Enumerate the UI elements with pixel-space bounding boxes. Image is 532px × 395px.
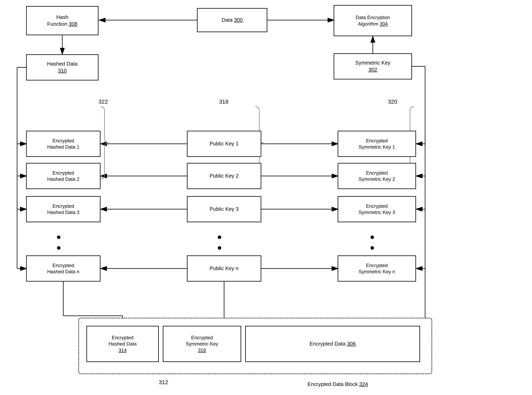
enc-hashed-data-1-box: EncryptedHashed Data 1: [26, 131, 101, 157]
label-320: 320: [388, 99, 397, 105]
enc-sym-key-1-box: EncryptedSymmetric Key 1: [338, 131, 416, 157]
public-key-2-label: Public Key 2: [210, 173, 239, 179]
public-key-1-label: Public Key 1: [210, 140, 239, 147]
enc-sym-key-2-label: EncryptedSymmetric Key 2: [359, 170, 395, 182]
enc-sym-key-3-box: EncryptedSymmetric Key 3: [338, 196, 416, 222]
data-300-label: Data 300: [221, 17, 243, 23]
enc-hashed-data-314-label: EncryptedHashed Data314: [108, 335, 137, 353]
public-key-3-label: Public Key 3: [210, 206, 239, 213]
data-300-box: Data 300: [197, 8, 267, 32]
hashed-data-box: Hashed Data310: [26, 54, 98, 80]
label-318: 318: [219, 99, 229, 105]
enc-hashed-data-1-label: EncryptedHashed Data 1: [47, 137, 79, 150]
hash-function-box: HashFunction 308: [26, 6, 98, 35]
enc-hashed-data-2-label: EncryptedHashed Data 2: [47, 170, 79, 182]
enc-sym-key-316-label: EncryptedSymmetric Key316: [186, 335, 218, 353]
hashed-data-label: Hashed Data310: [47, 60, 78, 74]
enc-hashed-data-n-box: EncryptedHashed Data n: [26, 255, 101, 282]
enc-hashed-data-n-label: EncryptedHashed Data n: [47, 262, 79, 275]
enc-hashed-data-3-box: EncryptedHashed Data 3: [26, 196, 101, 222]
label-322: 322: [98, 99, 108, 105]
public-key-1-box: Public Key 1: [187, 131, 261, 157]
enc-sym-key-3-label: EncryptedSymmetric Key 3: [359, 203, 395, 215]
enc-hashed-data-3-label: EncryptedHashed Data 3: [47, 203, 79, 215]
enc-data-306-label: Encrypted Data 306: [310, 340, 356, 347]
enc-hashed-data-314-box: EncryptedHashed Data314: [86, 326, 159, 362]
public-key-3-box: Public Key 3: [187, 196, 261, 222]
data-enc-alg-label: Data EncryptionAlgorithm 304: [356, 14, 390, 27]
label-enc-data-block-324: Encrypted Data Block 324: [307, 381, 368, 387]
hash-function-label: HashFunction 308: [47, 14, 77, 27]
public-key-2-box: Public Key 2: [187, 163, 261, 189]
public-key-n-label: Public Key n: [210, 265, 239, 272]
symmetric-key-label: Symmetric Key302: [355, 60, 391, 73]
enc-sym-key-n-box: EncryptedSymmetric Key n: [338, 255, 416, 282]
enc-sym-key-1-label: EncryptedSymmetric Key 1: [359, 137, 395, 150]
enc-data-306-box: Encrypted Data 306: [245, 326, 420, 362]
enc-hashed-data-2-box: EncryptedHashed Data 2: [26, 163, 101, 189]
diagram-container: HashFunction 308 Data 300 Data Encryptio…: [0, 0, 532, 395]
symmetric-key-box: Symmetric Key302: [334, 53, 412, 79]
public-key-n-box: Public Key n: [187, 255, 261, 282]
data-enc-alg-box: Data EncryptionAlgorithm 304: [334, 5, 412, 36]
enc-sym-key-2-box: EncryptedSymmetric Key 2: [338, 163, 416, 189]
enc-sym-key-316-box: EncryptedSymmetric Key316: [163, 326, 241, 362]
enc-sym-key-n-label: EncryptedSymmetric Key n: [359, 262, 395, 275]
label-312: 312: [159, 379, 168, 385]
